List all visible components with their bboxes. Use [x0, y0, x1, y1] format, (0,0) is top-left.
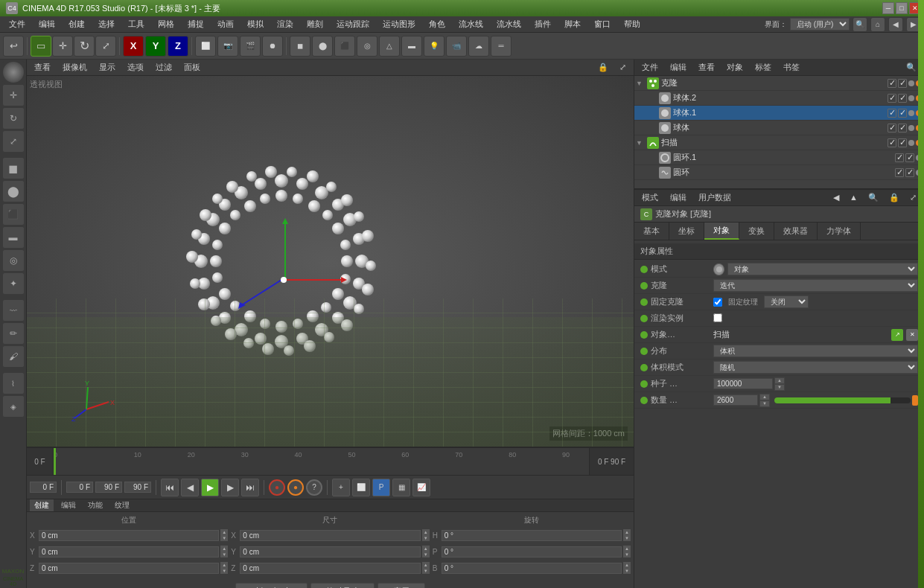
menu-sculpt[interactable]: 雕刻	[301, 17, 329, 31]
cone-primitive[interactable]: △	[379, 36, 400, 57]
axis-x-button[interactable]: X	[123, 36, 144, 57]
om-render-sphere[interactable]: ✓	[898, 124, 907, 132]
axis-y-button[interactable]: Y	[145, 36, 166, 57]
pt-arrow-left[interactable]: ◀	[829, 192, 844, 203]
size-x-input[interactable]	[240, 530, 420, 541]
om-bookmarks[interactable]: 书签	[779, 61, 804, 74]
menu-help[interactable]: 帮助	[618, 17, 646, 31]
om-row-sphere2[interactable]: 球体.2 ✓ ✓	[634, 91, 924, 106]
om-vis-sphere2[interactable]: ✓	[888, 94, 896, 103]
menu-select[interactable]: 选择	[92, 17, 121, 31]
size-x-stepper[interactable]: ▲ ▼	[422, 529, 430, 541]
object-tool[interactable]: ⬜	[195, 36, 216, 57]
menu-simulate[interactable]: 模拟	[241, 17, 270, 31]
menu-render[interactable]: 渲染	[271, 17, 299, 31]
sphere-primitive[interactable]: ⬤	[312, 36, 333, 57]
count-up[interactable]: ▲	[759, 394, 770, 400]
object-relative-button[interactable]: 对象 (相对)	[235, 583, 307, 588]
mode-select[interactable]: 对象	[727, 263, 918, 275]
question-button[interactable]: ?	[306, 479, 322, 496]
rect-select-button[interactable]: ▭	[31, 36, 51, 57]
pt-userdata[interactable]: 用户数据	[694, 191, 736, 204]
timeline-button[interactable]: ▦	[392, 479, 410, 496]
fixed-texture-select[interactable]: 关闭	[764, 295, 809, 308]
size-z-down[interactable]: ▼	[422, 568, 430, 574]
menu-pipeline2[interactable]: 流水线	[491, 17, 527, 31]
jump-end-button[interactable]: ⏭	[241, 479, 259, 496]
end-frame-input[interactable]	[95, 482, 122, 493]
rotate-button[interactable]: ↻	[74, 36, 95, 57]
tool-transform[interactable]: ✛	[2, 84, 25, 106]
maximize-button[interactable]: □	[896, 2, 908, 14]
viewport-canvas[interactable]: 透视视图 网格间距：1000 cm	[27, 76, 634, 447]
prev-frame-button[interactable]: ◀	[181, 479, 199, 496]
om-vis-torus[interactable]: ✓	[895, 168, 904, 177]
vt-lock[interactable]: 🔒	[593, 62, 613, 73]
timeline-track[interactable]: 0 10 20 30 40 50 60 70 80 90	[54, 448, 589, 475]
torus-primitive[interactable]: ◎	[357, 36, 377, 57]
tr-tab-edit[interactable]: 编辑	[57, 499, 80, 511]
vt-camera[interactable]: 摄像机	[58, 61, 92, 74]
om-vis-torus1[interactable]: ✓	[895, 153, 904, 162]
tool-scale2[interactable]: ⤢	[2, 130, 25, 153]
tr-tab-create[interactable]: 创建	[30, 499, 54, 511]
om-edit[interactable]: 编辑	[666, 61, 691, 74]
size-y-up[interactable]: ▲	[422, 546, 430, 552]
pos-x-down[interactable]: ▼	[220, 535, 228, 541]
nav-back-button[interactable]: ◀	[888, 17, 903, 32]
pt-edit[interactable]: 编辑	[666, 191, 691, 204]
pt-search[interactable]: 🔍	[864, 192, 883, 203]
om-row-torus1[interactable]: 圆环.1 ✓ ✓	[634, 150, 924, 165]
vt-options[interactable]: 选项	[123, 61, 148, 74]
end-frame2-input[interactable]	[124, 482, 151, 493]
home-button[interactable]: ⌂	[870, 17, 885, 32]
menu-pipeline[interactable]: 流水线	[453, 17, 489, 31]
prop-tab-dynamics[interactable]: 力学体	[818, 223, 861, 240]
sky-tool[interactable]: ☁	[468, 36, 489, 57]
prop-tab-basic[interactable]: 基本	[634, 223, 669, 240]
tool-torus[interactable]: ◎	[2, 249, 25, 272]
tool-pen[interactable]: ✏	[2, 322, 25, 345]
apply-button[interactable]: 应用	[377, 583, 425, 588]
cube-primitive[interactable]: ◼	[290, 36, 310, 57]
om-row-sphere[interactable]: 球体 ✓ ✓	[634, 121, 924, 135]
rot-h-input[interactable]	[442, 530, 622, 541]
rot-p-down[interactable]: ▼	[623, 552, 631, 557]
floor-tool[interactable]: ═	[491, 36, 512, 57]
search-button[interactable]: 🔍	[853, 17, 867, 32]
om-objects[interactable]: 对象	[722, 61, 748, 74]
rot-p-input[interactable]	[442, 546, 622, 557]
vt-expand[interactable]: ⤢	[615, 62, 631, 73]
pos-y-input[interactable]	[39, 546, 219, 557]
rot-p-up[interactable]: ▲	[623, 546, 631, 552]
undo-button[interactable]: ↩	[3, 36, 24, 57]
om-vis-sphere1[interactable]: ✓	[888, 109, 896, 118]
menu-plugins[interactable]: 插件	[529, 17, 557, 31]
fixed-clone-checkbox[interactable]	[713, 298, 722, 307]
om-file[interactable]: 文件	[637, 61, 663, 74]
tool-cylinder[interactable]: ⬛	[2, 203, 25, 226]
count-slider-end[interactable]	[912, 395, 918, 406]
tool-plane[interactable]: ▬	[2, 226, 25, 249]
menu-window[interactable]: 窗口	[588, 17, 616, 31]
tr-tab-function[interactable]: 功能	[83, 499, 107, 511]
curve-editor-button[interactable]: 📈	[412, 479, 430, 496]
camera-tool[interactable]: 📷	[217, 36, 238, 57]
vt-panel[interactable]: 面板	[179, 61, 205, 74]
auto-key-button[interactable]: ●	[287, 479, 304, 496]
seed-down[interactable]: ▼	[774, 384, 785, 391]
tool-sphere[interactable]: ⬤	[2, 180, 25, 202]
rot-b-stepper[interactable]: ▲ ▼	[623, 562, 631, 574]
rot-b-down[interactable]: ▼	[623, 568, 631, 574]
minimize-button[interactable]: ─	[882, 2, 894, 14]
vt-view[interactable]: 查看	[30, 61, 55, 74]
vt-display[interactable]: 显示	[95, 61, 120, 74]
pos-z-down[interactable]: ▼	[220, 568, 228, 574]
size-z-up[interactable]: ▲	[422, 562, 430, 568]
menu-mograph[interactable]: 运动图形	[377, 17, 421, 31]
om-render-torus[interactable]: ✓	[905, 168, 914, 177]
rot-h-stepper[interactable]: ▲ ▼	[623, 529, 631, 541]
om-vis-sweep[interactable]: ✓	[888, 138, 896, 147]
om-view[interactable]: 查看	[694, 61, 719, 74]
pos-z-up[interactable]: ▲	[220, 562, 228, 568]
